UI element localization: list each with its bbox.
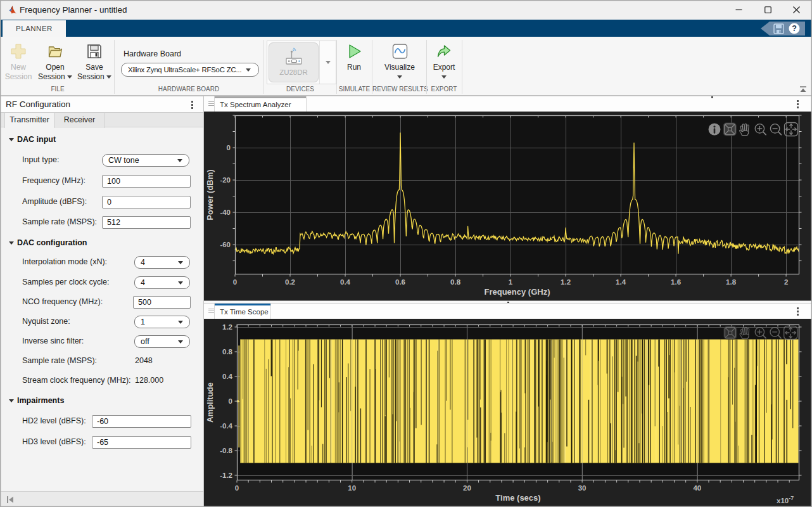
svg-text:30: 30 bbox=[578, 484, 587, 492]
timescope-menu-kebab-icon[interactable] bbox=[797, 307, 799, 316]
new-session-plus-icon bbox=[10, 43, 27, 60]
timescope-tabstrip: Tx Time Scope bbox=[204, 303, 812, 319]
close-button[interactable] bbox=[782, 0, 811, 20]
tab-receiver[interactable]: Receiver bbox=[55, 113, 105, 128]
dropdown-field[interactable]: 1 bbox=[134, 316, 190, 328]
save-session-label: SaveSession bbox=[77, 63, 111, 82]
field-label: HD3 level (dBFS): bbox=[22, 436, 86, 448]
center-tool-icon[interactable] bbox=[724, 326, 737, 340]
panel-menu-kebab-icon[interactable] bbox=[191, 101, 193, 109]
hardware-board-value: Xilinx Zynq UltraScale+ RFSoC ZC... bbox=[128, 63, 241, 76]
section-header[interactable]: DAC configuration bbox=[9, 238, 87, 248]
quick-save-icon[interactable] bbox=[773, 23, 784, 34]
new-session-button[interactable]: NewSession bbox=[1, 40, 35, 84]
spectrum-menu-kebab-icon[interactable] bbox=[797, 100, 799, 108]
edit-field[interactable]: 0 bbox=[102, 196, 191, 209]
ribbon-band: PLANNER ? bbox=[0, 20, 812, 37]
svg-text:0.4: 0.4 bbox=[222, 373, 233, 380]
timescope-plot: 010203040-1.2-0.8-0.400.40.81.2Time (sec… bbox=[204, 319, 812, 507]
device-zu28dr-button[interactable]: ZU28DR bbox=[269, 42, 319, 82]
visualize-icon bbox=[392, 43, 408, 60]
svg-text:-20: -20 bbox=[220, 176, 231, 184]
panel-header: RF Configuration bbox=[0, 97, 203, 112]
center-tool-icon[interactable] bbox=[723, 123, 737, 136]
dropdown-value: 4 bbox=[141, 258, 145, 267]
edit-field[interactable]: -60 bbox=[92, 415, 191, 428]
dropdown-caret-icon bbox=[177, 159, 182, 162]
devices-gallery-expand-button[interactable] bbox=[319, 41, 336, 84]
export-caret-icon bbox=[441, 75, 447, 79]
rf-configuration-panel: RF Configuration Transmitter Receiver DA… bbox=[0, 96, 204, 507]
tab-transmitter[interactable]: Transmitter bbox=[4, 113, 54, 129]
device-router-icon bbox=[283, 43, 305, 68]
open-session-button[interactable]: OpenSession bbox=[37, 40, 73, 84]
visualize-button[interactable]: Visualize bbox=[381, 40, 419, 84]
svg-text:1.4: 1.4 bbox=[616, 278, 626, 286]
svg-text:0.2: 0.2 bbox=[285, 278, 295, 286]
section-title: DAC configuration bbox=[17, 238, 87, 247]
run-button[interactable]: Run bbox=[337, 40, 371, 84]
svg-text:0: 0 bbox=[233, 278, 237, 286]
timescope-grip-icon[interactable] bbox=[208, 309, 214, 315]
file-group-label: FILE bbox=[1, 86, 114, 94]
dropdown-field[interactable]: 4 bbox=[134, 256, 190, 269]
dropdown-value: 1 bbox=[141, 318, 145, 326]
visualize-caret-icon bbox=[397, 75, 402, 79]
tab-planner[interactable]: PLANNER bbox=[3, 20, 66, 37]
field-label: Frequency (MHz): bbox=[22, 175, 86, 187]
dropdown-field[interactable]: CW tone bbox=[102, 154, 189, 167]
help-icon[interactable]: ? bbox=[789, 23, 800, 34]
devices-gallery-caret-icon bbox=[326, 61, 331, 64]
svg-text:?: ? bbox=[792, 24, 797, 33]
dropdown-caret-icon bbox=[178, 321, 183, 324]
hardware-board-group-label: HARDWARE BOARD bbox=[115, 86, 263, 94]
tab-tx-time-scope[interactable]: Tx Time Scope bbox=[214, 304, 271, 319]
panel-title: RF Configuration bbox=[6, 97, 70, 112]
edit-field[interactable]: 100 bbox=[102, 175, 191, 188]
spectrum-tabstrip: Tx Spectrum Analyzer bbox=[204, 96, 812, 112]
dropdown-field[interactable]: 4 bbox=[134, 276, 190, 289]
field-label: Interpolation mode (xN): bbox=[22, 256, 107, 268]
new-session-label: NewSession bbox=[5, 63, 32, 82]
edit-field[interactable]: 500 bbox=[133, 296, 191, 309]
open-folder-icon bbox=[47, 43, 63, 60]
save-session-caret-icon bbox=[106, 75, 111, 79]
svg-text:10: 10 bbox=[348, 484, 356, 492]
collapse-toolstrip-icon[interactable] bbox=[799, 86, 808, 93]
svg-text:0: 0 bbox=[229, 397, 232, 405]
splitter-handle-dot[interactable] bbox=[711, 96, 713, 98]
dropdown-caret-icon bbox=[178, 261, 183, 264]
field-label: NCO frequency (MHz): bbox=[22, 296, 103, 308]
export-button[interactable]: Export bbox=[426, 40, 462, 84]
hardware-board-dropdown[interactable]: Xilinx Zynq UltraScale+ RFSoC ZC... bbox=[121, 63, 259, 77]
hardware-board-caret-icon bbox=[246, 68, 251, 72]
tab-tx-spectrum-analyzer[interactable]: Tx Spectrum Analyzer bbox=[214, 96, 307, 112]
field-label: HD2 level (dBFS): bbox=[22, 415, 86, 427]
field-label: Input type: bbox=[22, 154, 59, 166]
dropdown-field[interactable]: off bbox=[134, 335, 190, 348]
svg-text:1.6: 1.6 bbox=[671, 278, 681, 286]
svg-text:2: 2 bbox=[784, 278, 788, 286]
edit-field[interactable]: 512 bbox=[102, 216, 191, 229]
svg-text:Power (dBm): Power (dBm) bbox=[205, 169, 215, 220]
minimize-button[interactable] bbox=[725, 0, 753, 20]
frequency-planner-window: Frequency Planner - untitled PLANNER ? bbox=[0, 0, 812, 507]
device-zu28dr-label: ZU28DR bbox=[279, 68, 308, 76]
section-header[interactable]: DAC input bbox=[9, 134, 56, 144]
maximize-button[interactable] bbox=[754, 0, 782, 20]
info-tool-icon[interactable] bbox=[709, 124, 721, 136]
dropdown-value: CW tone bbox=[108, 156, 139, 165]
save-disk-icon bbox=[86, 43, 103, 60]
section-title: DAC input bbox=[17, 135, 56, 144]
collapse-panel-icon[interactable] bbox=[6, 496, 14, 504]
matlab-logo-icon bbox=[9, 4, 18, 15]
edit-field[interactable]: -65 bbox=[92, 436, 191, 449]
svg-text:-1.2: -1.2 bbox=[220, 472, 232, 479]
svg-text:0.4: 0.4 bbox=[340, 278, 351, 286]
section-collapse-icon bbox=[9, 399, 14, 402]
timescope-chart[interactable]: 010203040-1.2-0.8-0.400.40.81.2Time (sec… bbox=[204, 319, 812, 507]
spectrum-grip-icon[interactable] bbox=[208, 101, 214, 108]
section-header[interactable]: Impairments bbox=[9, 395, 64, 406]
spectrum-chart[interactable]: 00.20.40.60.811.21.41.61.820-20-40-60Fre… bbox=[204, 112, 812, 298]
save-session-button[interactable]: SaveSession bbox=[76, 40, 113, 84]
